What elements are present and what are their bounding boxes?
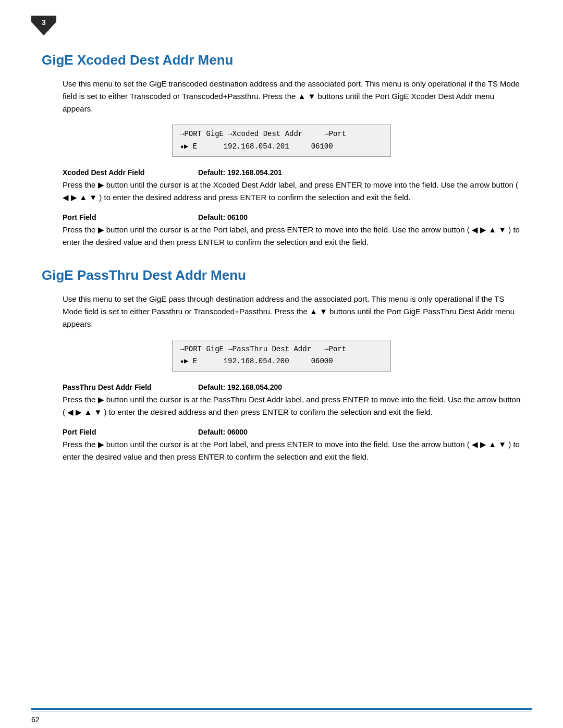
lcd-row1-passthru: →PORT GigE →PassThru Dest Addr →Port [180,343,383,356]
port-field1-desc: Press the ▶ button until the cursor is a… [42,224,521,249]
lcd-display-2: →PORT GigE →PassThru Dest Addr →Port ⬧▶ … [172,340,391,372]
section1-title: GigE Xcoded Dest Addr Menu [42,52,521,68]
xcoded-field-name: Xcoded Dest Addr Field [63,168,198,177]
port-field2-desc: Press the ▶ button until the cursor is a… [42,438,521,463]
main-content: GigE Xcoded Dest Addr Menu Use this menu… [0,0,563,514]
xcoded-field-default: Default: 192.168.054.201 [198,168,282,177]
xcoded-field-desc: Press the ▶ button until the cursor is a… [42,179,521,204]
page-number: 62 [0,711,563,728]
page: 3 GigE Xcoded Dest Addr Menu Use this me… [0,0,563,728]
port-field2-default: Default: 06000 [198,428,248,436]
lcd-display-1: →PORT GigE →Xcoded Dest Addr →Port ⬧▶ E … [172,125,391,157]
chapter-badge: 3 [31,16,56,41]
passthru-field-desc: Press the ▶ button until the cursor is a… [42,393,521,418]
section2-title: GigE PassThru Dest Addr Menu [42,267,521,283]
lcd-row2-passthru: ⬧▶ E 192.168.054.200 06000 [180,355,383,368]
section2-intro: Use this menu to set the GigE pass throu… [42,293,521,330]
footer-line-primary [31,708,532,710]
passthru-field-default: Default: 192.168.054.200 [198,383,282,391]
page-footer: 62 [0,708,563,728]
port-field1-def: Port Field Default: 06100 [42,213,521,221]
port-field1-default: Default: 06100 [198,213,248,221]
xcoded-field-def: Xcoded Dest Addr Field Default: 192.168.… [42,168,521,177]
lcd-row2-xcoded: ⬧▶ E 192.168.054.201 06100 [180,141,383,153]
port-field1-name: Port Field [63,213,198,221]
port-field2-def: Port Field Default: 06000 [42,428,521,436]
passthru-field-def: PassThru Dest Addr Field Default: 192.16… [42,383,521,391]
svg-text:3: 3 [42,18,46,27]
passthru-field-name: PassThru Dest Addr Field [63,383,198,391]
lcd-row1-xcoded: →PORT GigE →Xcoded Dest Addr →Port [180,128,383,141]
section1-intro: Use this menu to set the GigE transcoded… [42,78,521,115]
port-field2-name: Port Field [63,428,198,436]
